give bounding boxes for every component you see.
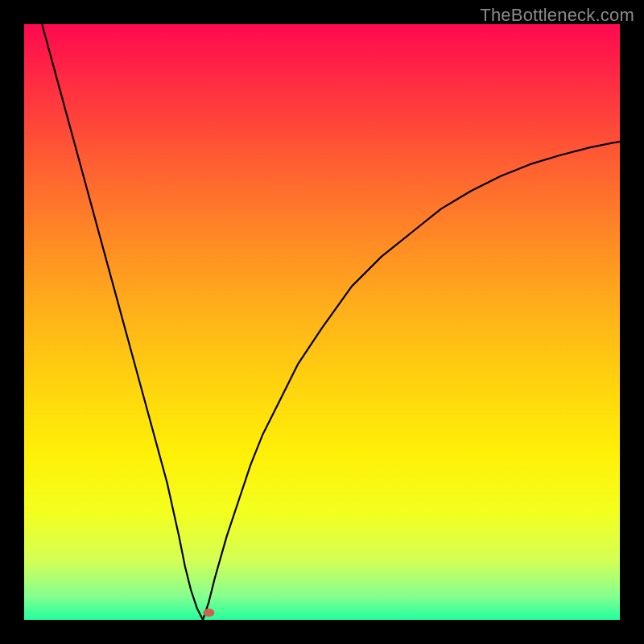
curve-minimum-marker: [203, 609, 214, 617]
chart-stage: TheBottleneck.com: [0, 0, 644, 644]
plot-background: [24, 24, 620, 620]
plot-area: [24, 24, 620, 620]
plot-svg: [24, 24, 620, 620]
watermark-label: TheBottleneck.com: [480, 5, 634, 26]
